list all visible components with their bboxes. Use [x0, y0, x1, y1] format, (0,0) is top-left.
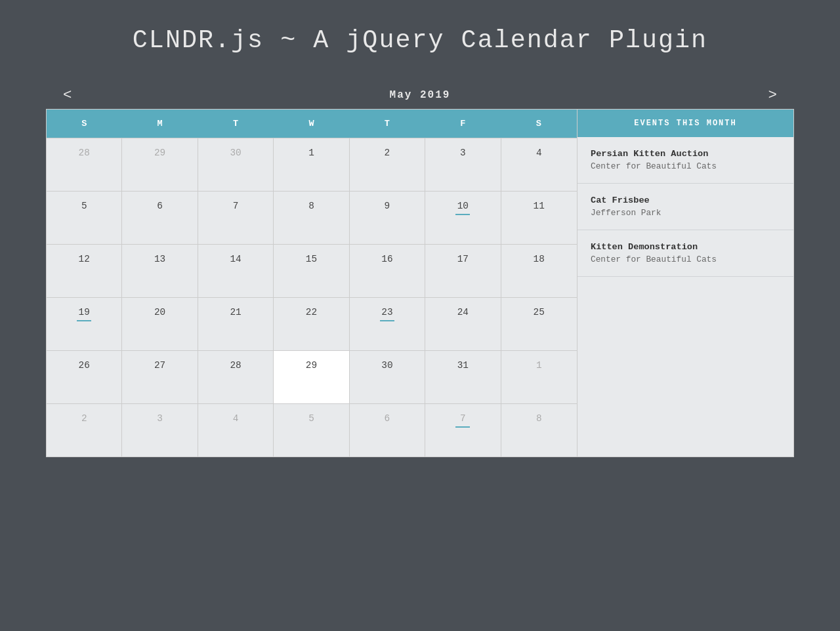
day-number: 13: [154, 254, 165, 264]
day-cell[interactable]: 5: [274, 404, 349, 457]
day-header: S: [501, 110, 577, 138]
day-number: 14: [230, 254, 241, 264]
day-number: 24: [457, 307, 469, 317]
event-location: Center for Beautiful Cats: [591, 254, 780, 264]
day-cell[interactable]: 30: [198, 138, 274, 191]
day-cell[interactable]: 18: [501, 245, 577, 297]
event-indicator: [77, 320, 91, 321]
day-number: 28: [230, 360, 241, 371]
day-cell[interactable]: 20: [122, 298, 198, 350]
day-number: 31: [457, 360, 469, 371]
day-headers: SMTWTFS: [47, 110, 577, 138]
day-cell[interactable]: 7: [425, 404, 501, 457]
day-number: 4: [233, 413, 239, 424]
day-cell[interactable]: 2: [47, 404, 122, 457]
day-cell[interactable]: 24: [425, 298, 501, 350]
day-number: 28: [79, 148, 90, 158]
event-location: Center for Beautiful Cats: [591, 161, 780, 171]
day-cell[interactable]: 19: [47, 298, 122, 350]
event-title: Cat Frisbee: [591, 195, 780, 205]
week-row: 12131415161718: [47, 244, 577, 297]
day-number: 29: [154, 148, 165, 158]
event-indicator: [380, 320, 394, 321]
week-row: 567891011: [47, 191, 577, 244]
event-item[interactable]: Kitten DemonstrationCenter for Beautiful…: [578, 230, 793, 277]
day-cell[interactable]: 6: [350, 404, 425, 457]
day-cell[interactable]: 28: [47, 138, 122, 191]
day-cell[interactable]: 31: [425, 351, 501, 403]
day-cell[interactable]: 10: [425, 192, 501, 244]
day-cell[interactable]: 11: [501, 192, 577, 244]
day-number: 8: [308, 201, 314, 211]
day-cell[interactable]: 6: [122, 192, 198, 244]
day-cell[interactable]: 3: [122, 404, 198, 457]
day-number: 1: [308, 148, 314, 158]
day-cell[interactable]: 26: [47, 351, 122, 403]
day-cell[interactable]: 30: [350, 351, 425, 403]
day-cell[interactable]: 28: [198, 351, 274, 403]
calendar-nav: < May 2019 >: [46, 81, 794, 109]
day-number: 23: [381, 307, 392, 317]
events-list: Persian Kitten AuctionCenter for Beautif…: [578, 137, 793, 277]
day-header: S: [47, 110, 122, 138]
day-number: 7: [460, 413, 466, 424]
day-cell[interactable]: 1: [501, 351, 577, 403]
events-sidebar-header: EVENTS THIS MONTH: [578, 110, 793, 137]
event-indicator: [455, 426, 470, 428]
event-item[interactable]: Cat FrisbeeJefferson Park: [578, 184, 793, 230]
day-number: 8: [536, 413, 542, 424]
day-cell[interactable]: 5: [47, 192, 122, 244]
day-number: 15: [306, 254, 317, 264]
day-cell[interactable]: 16: [350, 245, 425, 297]
day-cell[interactable]: 8: [501, 404, 577, 457]
month-label: May 2019: [390, 89, 451, 101]
day-cell[interactable]: 29: [122, 138, 198, 191]
day-cell[interactable]: 7: [198, 192, 274, 244]
day-number: 6: [157, 201, 163, 211]
day-number: 2: [81, 413, 87, 424]
day-number: 19: [79, 307, 90, 317]
next-month-button[interactable]: >: [758, 81, 788, 109]
day-number: 5: [81, 201, 87, 211]
day-number: 5: [308, 413, 314, 424]
day-cell[interactable]: 14: [198, 245, 274, 297]
day-cell[interactable]: 12: [47, 245, 122, 297]
day-number: 18: [534, 254, 545, 264]
day-header: W: [274, 110, 349, 138]
day-number: 29: [306, 360, 317, 371]
day-header: T: [350, 110, 425, 138]
day-cell[interactable]: 21: [198, 298, 274, 350]
day-number: 3: [460, 148, 466, 158]
week-row: 2627282930311: [47, 350, 577, 403]
day-cell[interactable]: 4: [198, 404, 274, 457]
event-item[interactable]: Persian Kitten AuctionCenter for Beautif…: [578, 137, 793, 184]
day-header: F: [425, 110, 501, 138]
day-cell[interactable]: 3: [425, 138, 501, 191]
day-cell[interactable]: 22: [274, 298, 349, 350]
day-cell[interactable]: 27: [122, 351, 198, 403]
day-cell[interactable]: 9: [350, 192, 425, 244]
day-number: 27: [154, 360, 165, 371]
day-number: 30: [381, 360, 392, 371]
events-sidebar: EVENTS THIS MONTH Persian Kitten Auction…: [577, 110, 793, 457]
day-cell[interactable]: 15: [274, 245, 349, 297]
day-cell[interactable]: 25: [501, 298, 577, 350]
prev-month-button[interactable]: <: [52, 81, 82, 109]
day-cell[interactable]: 2: [350, 138, 425, 191]
day-number: 1: [536, 360, 542, 371]
calendar-grid: SMTWTFS 28293012345678910111213141516171…: [47, 110, 577, 457]
day-cell[interactable]: 1: [274, 138, 349, 191]
day-cell[interactable]: 13: [122, 245, 198, 297]
week-row: 2829301234: [47, 138, 577, 191]
day-number: 17: [457, 254, 469, 264]
day-number: 22: [306, 307, 317, 317]
day-cell[interactable]: 4: [501, 138, 577, 191]
day-cell[interactable]: 23: [350, 298, 425, 350]
day-cell[interactable]: 29: [274, 351, 349, 403]
day-number: 6: [385, 413, 390, 424]
day-number: 4: [536, 148, 542, 158]
day-number: 3: [157, 413, 163, 424]
day-cell[interactable]: 17: [425, 245, 501, 297]
event-title: Kitten Demonstration: [591, 242, 780, 252]
day-cell[interactable]: 8: [274, 192, 349, 244]
